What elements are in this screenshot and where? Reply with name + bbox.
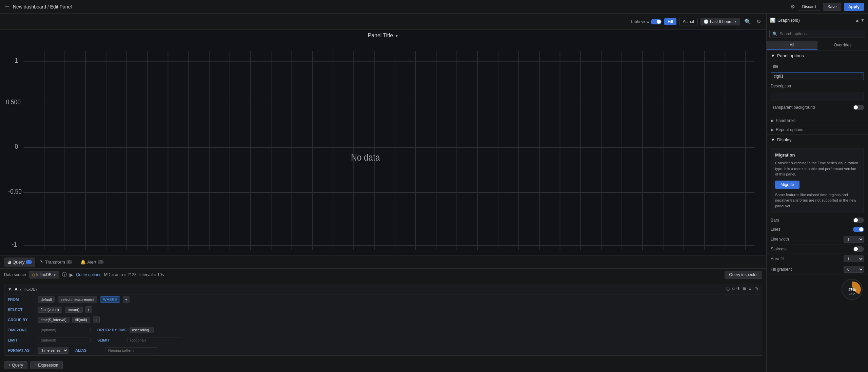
panel-title-chevron[interactable]: ▼ <box>395 34 399 38</box>
panel-title: Panel Title ▼ <box>0 30 766 41</box>
query-delete-icon[interactable]: 🗑 <box>743 286 747 292</box>
groupby-time-chip[interactable]: time($_interval) <box>38 317 70 323</box>
slimit-input[interactable] <box>127 337 180 343</box>
refresh-icon[interactable]: ↻ <box>755 18 762 25</box>
save-button[interactable]: Save <box>823 3 841 11</box>
svg-text:21:30: 21:30 <box>749 254 763 255</box>
apply-button[interactable]: Apply <box>844 3 864 11</box>
title-input[interactable] <box>771 72 864 80</box>
datasource-value: InfluxDB <box>36 272 52 277</box>
transform-icon: ↻ <box>40 260 44 265</box>
svg-text:16:30: 16:30 <box>139 254 153 255</box>
query-collapse-icon[interactable]: ▼ <box>8 287 12 292</box>
lines-toggle[interactable] <box>853 227 864 232</box>
query-edit-icon[interactable]: ✎ <box>755 286 758 292</box>
svg-text:18:50: 18:50 <box>427 254 442 255</box>
settings-icon[interactable]: ⚙ <box>790 3 795 10</box>
migration-note: Some features like colored time regions … <box>775 192 860 209</box>
topbar-left: ← New dashboard / Edit Panel <box>4 3 72 10</box>
from-default-chip[interactable]: default <box>38 296 55 303</box>
topbar-right: ⚙ Discard Save Apply <box>790 3 864 11</box>
gauge-widget: 47% 42°C <box>840 277 864 301</box>
add-query-row: + Query + Expression <box>0 358 766 372</box>
discard-button[interactable]: Discard <box>798 3 821 11</box>
repeat-options-collapsible[interactable]: ▶ Repeat options <box>767 125 868 135</box>
description-input-wrap <box>771 92 864 101</box>
lines-row: Lines <box>767 225 868 234</box>
fill-gradient-select[interactable]: 01 <box>844 266 864 273</box>
back-icon[interactable]: ← <box>4 3 10 10</box>
add-expression-button[interactable]: + Expression <box>30 361 63 369</box>
panel-type-actions: ▲ ▼ <box>855 18 865 23</box>
svg-text:18:10: 18:10 <box>345 254 359 255</box>
svg-text:16:10: 16:10 <box>97 254 112 255</box>
query-from-row: FROM default select measurement WHERE + <box>4 294 762 305</box>
query-inspector-button[interactable]: Query inspector <box>725 271 762 279</box>
line-width-row: Line width 123 <box>767 234 868 245</box>
limit-label: LIMIT <box>8 338 35 342</box>
transparent-row: Transparent background <box>771 105 864 110</box>
query-copy-icon[interactable]: ⎙ <box>732 286 734 292</box>
line-width-select[interactable]: 123 <box>844 236 864 243</box>
display-section-header[interactable]: ▼ Display <box>767 135 868 145</box>
slimit-label: SLIMIT <box>97 338 124 342</box>
left-panel: Table view Fill Actual 🕐 Last 6 hours ▼ … <box>0 14 766 372</box>
transparent-label: Transparent background <box>771 105 815 110</box>
tab-alert[interactable]: 🔔 Alert 0 <box>77 257 107 267</box>
transform-badge: 0 <box>66 260 73 264</box>
breadcrumb: New dashboard / Edit Panel <box>13 4 72 9</box>
panel-type-name: Graph (old) <box>777 18 800 23</box>
where-chip[interactable]: WHERE <box>100 296 120 303</box>
from-select-chip[interactable]: select measurement <box>58 296 97 303</box>
from-add-button[interactable]: + <box>123 296 130 303</box>
query-block-icons: ⓘ ⎙ 👁 🗑 ≡ ✎ <box>726 286 758 292</box>
limit-input[interactable] <box>38 337 91 343</box>
datasource-arrow-icon[interactable]: ▶ <box>70 272 73 277</box>
table-view-toggle[interactable] <box>651 19 662 24</box>
actual-button[interactable]: Actual <box>679 18 698 25</box>
datasource-info-icon[interactable]: ⓘ <box>62 272 67 278</box>
alias-input[interactable] <box>105 347 158 353</box>
panel-type-chevron-up[interactable]: ▲ <box>855 18 859 23</box>
area-fill-label: Area fill <box>771 256 784 261</box>
timezone-input[interactable] <box>38 327 91 333</box>
alias-label: ALIAS <box>75 348 102 352</box>
time-range-picker[interactable]: 🕐 Last 6 hours ▼ <box>701 18 740 25</box>
panel-options-chevron: ▼ <box>771 53 775 58</box>
query-tab-label: Query <box>13 260 24 265</box>
query-options-link[interactable]: Query options <box>76 272 101 277</box>
select-fn-chip[interactable]: mean() <box>65 307 83 313</box>
svg-text:-0.50: -0.50 <box>8 188 22 195</box>
groupby-add-button[interactable]: + <box>93 316 100 323</box>
panel-links-chevron: ▶ <box>771 118 774 123</box>
migrate-button[interactable]: Migrate <box>775 181 800 189</box>
area-fill-select[interactable]: 12 <box>844 255 864 262</box>
panel-type-label: 📊 Graph (old) <box>770 18 800 23</box>
svg-text:16:00: 16:00 <box>77 254 91 255</box>
description-input[interactable] <box>771 92 864 101</box>
tab-query[interactable]: ◕ Query 1 <box>4 257 35 267</box>
fill-button[interactable]: Fill <box>664 18 676 25</box>
query-eye-icon[interactable]: 👁 <box>736 286 741 292</box>
panel-type-chevron-down[interactable]: ▼ <box>861 18 865 23</box>
staircase-toggle[interactable] <box>853 246 864 252</box>
panel-links-collapsible[interactable]: ▶ Panel links <box>767 116 868 125</box>
add-query-button[interactable]: + Query <box>4 361 27 369</box>
select-field-chip[interactable]: field(value) <box>38 307 62 313</box>
query-drag-icon[interactable]: ≡ <box>749 286 751 292</box>
groupby-fill-chip[interactable]: fill(null) <box>72 317 90 323</box>
query-info-icon[interactable]: ⓘ <box>726 286 730 292</box>
overrides-tab[interactable]: Overrides <box>817 41 868 50</box>
zoom-out-icon[interactable]: 🔍 <box>743 18 752 25</box>
search-options-input[interactable] <box>780 32 862 36</box>
select-add-button[interactable]: + <box>85 306 92 313</box>
order-by-select[interactable]: ascending descending <box>130 327 154 333</box>
bars-toggle[interactable] <box>853 218 864 223</box>
tab-transform[interactable]: ↻ Transform 0 <box>37 257 76 267</box>
format-select[interactable]: Time series Table <box>38 347 68 354</box>
panel-options-content: Title Description Transparent background <box>767 61 868 116</box>
transparent-toggle[interactable] <box>853 105 864 110</box>
panel-options-header[interactable]: ▼ Panel options <box>767 50 868 61</box>
datasource-select[interactable]: ◇ InfluxDB ▼ <box>29 271 59 278</box>
all-tab[interactable]: All <box>767 41 817 50</box>
